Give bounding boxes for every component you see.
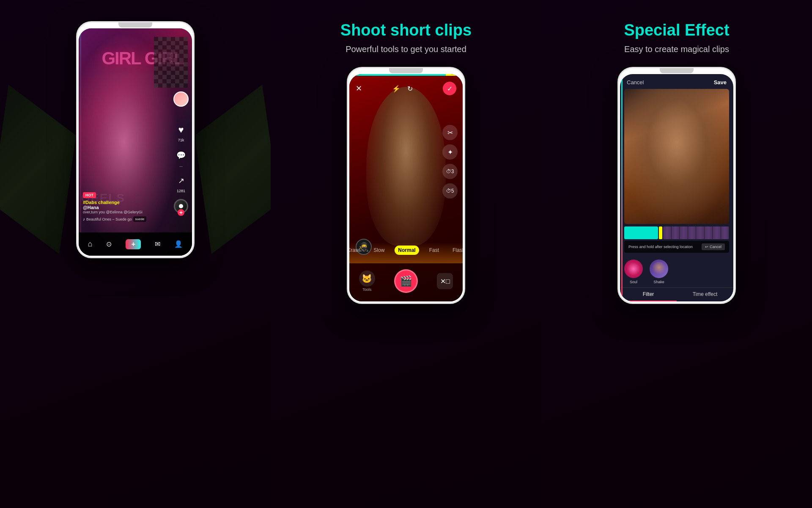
- effect-bottom-tabs: Filter Time effect: [620, 287, 733, 301]
- feed-description: over,turn you @Eelinna @GeleryGi: [83, 210, 165, 215]
- instruction-text: Press and hold after selecting location: [628, 245, 693, 249]
- checker-bg: [154, 37, 188, 88]
- timer3-tool-button[interactable]: ⏱3: [442, 164, 458, 179]
- speed-normal[interactable]: Normal: [395, 246, 419, 255]
- timeline-frames[interactable]: [663, 226, 729, 239]
- effect-header: Cancel Save: [620, 74, 733, 89]
- camera-subtitle: Powerful tools to get you started: [346, 44, 466, 54]
- camera-bottom-controls: 🐱 Tools 🎬 ✕□: [349, 269, 463, 293]
- effect-cancel-button[interactable]: Cancel: [627, 79, 644, 86]
- effect-subtitle: Easy to create magical clips: [624, 44, 729, 54]
- nav-add-button[interactable]: +: [126, 239, 141, 249]
- shake-face: [652, 262, 666, 276]
- speed-flash[interactable]: Flash: [449, 246, 463, 255]
- feed-text-overlay: HOT #Dabs challenge @Hana over,turn you …: [83, 190, 165, 222]
- profile-icon: 👤: [174, 240, 183, 248]
- phone-effect: Cancel Save: [617, 67, 736, 304]
- nav-home[interactable]: ⌂: [88, 240, 93, 248]
- tools-icon[interactable]: 🐱: [359, 271, 375, 287]
- effect-main-video: [624, 89, 729, 224]
- suede-tag: suede: [133, 216, 147, 222]
- timer5-icon: ⏱5: [446, 188, 454, 194]
- timeline-frame: [721, 226, 730, 239]
- bottom-nav: ⌂ ⊙ + ✉ 👤: [79, 232, 192, 256]
- music-note-icon: ♪: [83, 217, 85, 221]
- effect-title: Special Effect: [624, 21, 729, 39]
- camera-top-controls: ✕ ⚡ ↻ ✓: [349, 82, 463, 95]
- panel-camera: Shoot short clips Powerful tools to get …: [271, 0, 541, 508]
- confirm-button[interactable]: ✓: [443, 82, 456, 95]
- tools-button[interactable]: 🐱 Tools: [359, 271, 375, 292]
- timer3-icon: ⏱3: [446, 168, 454, 174]
- tab-filter[interactable]: Filter: [620, 288, 677, 301]
- timeline-frame: [680, 226, 688, 239]
- tools-label: Tools: [362, 287, 371, 292]
- palm-left-decor: [0, 85, 76, 254]
- timeline-playhead[interactable]: [659, 226, 662, 239]
- comment-text: ...: [179, 163, 183, 168]
- comment-button[interactable]: 💬 ...: [174, 148, 188, 168]
- phone-screen-effect: Cancel Save: [620, 74, 733, 301]
- follow-plus-badge[interactable]: +: [178, 209, 184, 216]
- soul-filter-circle[interactable]: [624, 260, 643, 278]
- filter-soul[interactable]: Soul: [624, 260, 643, 284]
- timeline-frame: [663, 226, 672, 239]
- effect-tool-button[interactable]: ✦: [442, 144, 458, 160]
- cam-top-bar: [349, 74, 463, 76]
- shake-filter-label: Shake: [653, 280, 664, 284]
- record-button[interactable]: 🎬: [394, 269, 418, 293]
- effect-small-cancel-button[interactable]: ↩ Cancel: [702, 243, 725, 250]
- timeline-cyan-segment: [624, 226, 658, 239]
- like-button[interactable]: ♥ 71k: [174, 123, 188, 142]
- speed-selector: Crawl Slow Normal Fast Flash: [349, 246, 463, 255]
- share-icon[interactable]: ↗: [174, 174, 188, 188]
- speed-crawl[interactable]: Crawl: [349, 246, 363, 255]
- like-count: 71k: [178, 138, 184, 142]
- avatar-wrap[interactable]: +: [173, 91, 189, 107]
- feed-hashtag[interactable]: #Dabs challenge: [83, 200, 165, 205]
- delete-button[interactable]: ✕□: [437, 273, 453, 289]
- inbox-icon: ✉: [155, 240, 160, 248]
- filter-shake[interactable]: Shake: [650, 260, 668, 284]
- cancel-label: Cancel: [710, 245, 721, 249]
- effect-accent-line: [621, 74, 623, 301]
- phone-screen-feed: GIRL GIRL GEELS + ♥ 71k: [79, 28, 192, 256]
- heart-icon[interactable]: ♥: [174, 123, 188, 137]
- palm-right-decor: [195, 85, 279, 254]
- nav-profile[interactable]: 👤: [174, 240, 183, 248]
- tab-time-effect[interactable]: Time effect: [677, 288, 733, 301]
- phone-notch: [118, 22, 152, 28]
- share-count: 1281: [177, 189, 185, 193]
- hot-badge: HOT: [83, 192, 96, 198]
- user-avatar[interactable]: [173, 91, 189, 107]
- effect-timeline[interactable]: [620, 226, 733, 239]
- search-icon: ⊙: [106, 240, 112, 248]
- effect-save-button[interactable]: Save: [714, 79, 727, 86]
- speed-slow[interactable]: Slow: [370, 246, 388, 255]
- effect-person: [624, 89, 729, 224]
- check-icon: ✓: [447, 85, 453, 93]
- timeline-frame: [713, 226, 721, 239]
- scissors-icon: ✂: [447, 129, 453, 137]
- nav-inbox[interactable]: ✉: [155, 240, 160, 248]
- effect-screen: Cancel Save: [620, 74, 733, 301]
- nav-discover[interactable]: ⊙: [106, 240, 112, 248]
- undo-icon: ↩: [705, 245, 708, 249]
- shake-filter-circle[interactable]: [650, 260, 668, 278]
- delete-icon: ✕□: [440, 277, 450, 285]
- timeline-frame: [688, 226, 697, 239]
- feed-username[interactable]: @Hana: [83, 205, 165, 210]
- share-button[interactable]: ↗ 1281: [174, 174, 188, 193]
- home-icon: ⌂: [88, 240, 93, 248]
- panel-feed: GIRL GIRL GEELS + ♥ 71k: [0, 0, 271, 508]
- timer5-tool-button[interactable]: ⏱5: [442, 183, 458, 199]
- close-icon[interactable]: ✕: [356, 84, 362, 93]
- timeline-frame: [696, 226, 705, 239]
- flash-icon[interactable]: ⚡: [392, 85, 401, 93]
- flip-camera-icon[interactable]: ↻: [407, 85, 413, 93]
- feed-music[interactable]: ♪ Beautiful Ones – Suede go suede: [83, 216, 165, 222]
- trim-tool-button[interactable]: ✂: [442, 125, 458, 140]
- comment-icon[interactable]: 💬: [174, 148, 188, 163]
- camera-title: Shoot short clips: [340, 21, 472, 39]
- speed-fast[interactable]: Fast: [426, 246, 442, 255]
